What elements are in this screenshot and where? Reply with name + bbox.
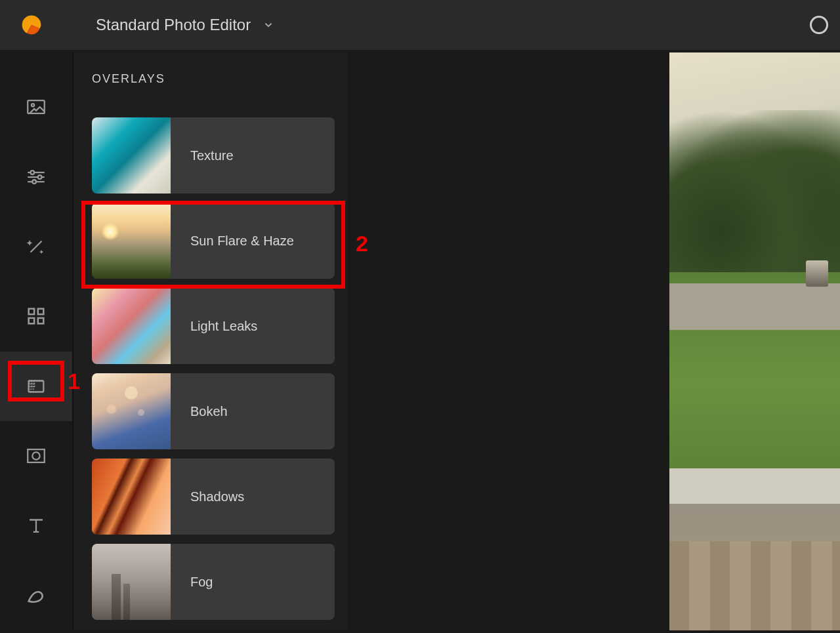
overlay-label: Light Leaks xyxy=(171,288,335,364)
svg-rect-8 xyxy=(29,309,35,315)
svg-rect-19 xyxy=(28,449,45,462)
overlay-item-shadows[interactable]: Shadows xyxy=(92,459,335,535)
svg-point-5 xyxy=(31,171,35,174)
app-logo xyxy=(20,13,43,37)
annotation-label-2: 2 xyxy=(356,231,368,256)
tool-adjust[interactable] xyxy=(0,142,72,211)
left-toolbar xyxy=(0,52,72,630)
tool-frames[interactable] xyxy=(0,421,72,491)
svg-point-20 xyxy=(32,452,39,459)
overlay-label: Bokeh xyxy=(171,373,335,449)
overlays-panel: OVERLAYS Texture Sun Flare & Haze Light … xyxy=(72,52,348,630)
tool-effects[interactable] xyxy=(0,212,72,281)
overlay-thumb-icon xyxy=(92,203,171,279)
tool-text[interactable] xyxy=(0,491,72,560)
overlay-item-sun-flare-haze[interactable]: Sun Flare & Haze xyxy=(92,203,335,279)
overlay-label: Texture xyxy=(171,117,335,194)
annotation-label-1: 1 xyxy=(68,369,80,394)
overlay-item-light-leaks[interactable]: Light Leaks xyxy=(92,288,335,364)
overlay-thumb-icon xyxy=(92,117,171,194)
overlay-thumb-icon xyxy=(92,544,171,620)
app-header: Standard Photo Editor xyxy=(0,0,840,52)
header-right xyxy=(810,16,820,34)
overlay-list: Texture Sun Flare & Haze Light Leaks Bok… xyxy=(92,117,348,620)
overlay-thumb-icon xyxy=(92,459,171,535)
svg-rect-10 xyxy=(29,318,35,324)
overlay-label: Sun Flare & Haze xyxy=(171,203,335,279)
overlay-item-texture[interactable]: Texture xyxy=(92,117,335,194)
tool-retouch[interactable] xyxy=(0,561,72,630)
overlay-thumb-icon xyxy=(92,288,171,364)
tool-image[interactable] xyxy=(0,72,72,142)
svg-point-7 xyxy=(32,180,36,184)
svg-point-6 xyxy=(38,175,42,179)
overlay-label: Fog xyxy=(171,544,335,620)
tool-overlays[interactable] xyxy=(0,352,72,421)
editor-mode-title[interactable]: Standard Photo Editor xyxy=(96,16,251,34)
svg-rect-9 xyxy=(38,309,44,315)
canvas-image xyxy=(669,52,840,630)
tool-presets[interactable] xyxy=(0,281,72,351)
overlay-thumb-icon xyxy=(92,373,171,449)
panel-title: OVERLAYS xyxy=(92,72,348,86)
svg-point-1 xyxy=(32,104,34,106)
main-area: OVERLAYS Texture Sun Flare & Haze Light … xyxy=(0,52,840,630)
overlay-label: Shadows xyxy=(171,459,335,535)
overlay-item-fog[interactable]: Fog xyxy=(92,544,335,620)
overlay-item-bokeh[interactable]: Bokeh xyxy=(92,373,335,449)
header-action-icon[interactable] xyxy=(810,16,828,34)
chevron-down-icon[interactable] xyxy=(262,19,274,31)
canvas-area[interactable] xyxy=(348,52,840,630)
svg-rect-11 xyxy=(38,318,44,324)
